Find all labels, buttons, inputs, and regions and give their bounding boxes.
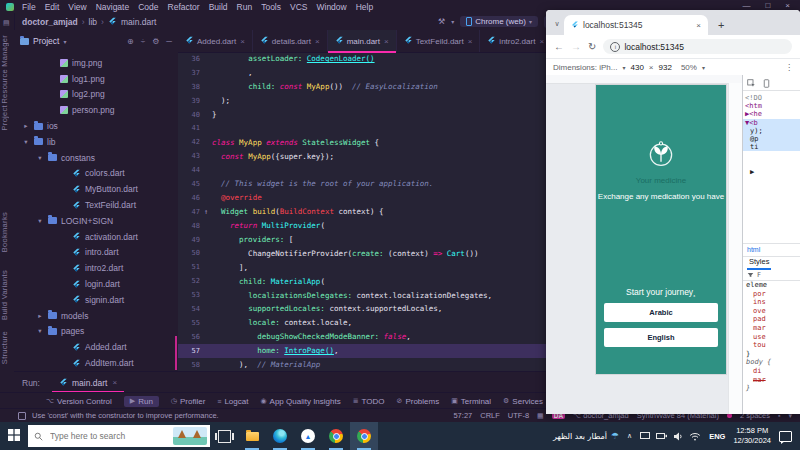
style-rule-line[interactable]: use <box>743 333 800 342</box>
status-segment[interactable]: 57:27 <box>453 411 472 420</box>
close-icon[interactable]: × <box>468 37 473 46</box>
line-number[interactable]: 39 <box>178 97 200 105</box>
line-number[interactable]: 41 <box>178 124 200 132</box>
line-number[interactable]: 55 <box>178 319 200 327</box>
expander-icon[interactable]: ▾ <box>36 154 44 162</box>
device-selector-label[interactable]: Dimensions: iPh... <box>553 63 617 72</box>
start-button[interactable] <box>0 422 28 450</box>
tree-item-models[interactable]: ▸models <box>14 308 178 324</box>
style-rule-line[interactable]: pad <box>743 315 800 324</box>
tree-item-constans[interactable]: ▾constans <box>14 150 178 166</box>
line-number[interactable]: 47 <box>178 208 200 216</box>
minimize-icon[interactable]: — <box>742 1 750 10</box>
language-indicator[interactable]: ENG <box>709 432 725 441</box>
style-rule-line[interactable]: body { <box>743 358 800 367</box>
resource-manager-icon[interactable]: ▤ <box>3 19 10 27</box>
tree-item-intro.dart[interactable]: intro.dart <box>14 245 178 261</box>
close-icon[interactable]: × <box>315 37 320 46</box>
tree-item-lib[interactable]: ▾lib <box>14 134 178 150</box>
project-scrollbar[interactable] <box>175 336 177 370</box>
english-button[interactable]: English <box>604 328 718 347</box>
toolwindow-profiler[interactable]: ◷Profiler <box>171 397 205 406</box>
collapse-all-icon[interactable]: ÷ <box>141 37 145 46</box>
hidden-icons-chevron[interactable]: ∧ <box>627 432 632 440</box>
more-options-icon[interactable]: ⋮ <box>785 63 793 72</box>
tree-item-Added.dart[interactable]: Added.dart <box>14 339 178 355</box>
arabic-button[interactable]: Arabic <box>604 303 718 322</box>
line-number[interactable]: 51 <box>178 263 200 271</box>
toolwindow-services[interactable]: ⚙Services <box>503 397 543 406</box>
reload-icon[interactable]: ↻ <box>588 41 596 52</box>
filter-label[interactable]: F <box>757 271 761 279</box>
line-number[interactable]: 36 <box>178 55 200 63</box>
line-number[interactable]: 58 <box>178 361 200 369</box>
line-number[interactable]: 56 <box>178 333 200 341</box>
toolwindow-problems[interactable]: ⊘Problems <box>397 397 440 406</box>
new-tab-icon[interactable]: + <box>718 19 724 31</box>
run-tab-main-dart[interactable]: main.dart × <box>52 372 124 393</box>
expander-icon[interactable]: ▾ <box>36 217 44 225</box>
close-tab-icon[interactable]: × <box>696 21 701 30</box>
close-icon[interactable]: × <box>240 37 245 46</box>
close-icon[interactable]: × <box>785 1 790 10</box>
elements-node[interactable]: ▶<he <box>743 110 800 118</box>
tree-item-log1.png[interactable]: log1.png <box>14 71 178 87</box>
maximize-icon[interactable]: □ <box>765 1 770 10</box>
gear-icon[interactable]: ⚙ <box>152 37 159 46</box>
elements-node[interactable]: <!DO <box>743 94 800 102</box>
elements-node[interactable]: <htm <box>743 102 800 110</box>
menu-code[interactable]: Code <box>138 2 158 12</box>
forward-icon[interactable]: → <box>571 41 581 52</box>
line-number[interactable]: 49 <box>178 236 200 244</box>
close-icon[interactable]: × <box>384 37 389 46</box>
chrome-button[interactable] <box>322 422 350 450</box>
style-rule-line[interactable]: por <box>743 290 800 299</box>
tree-item-person.png[interactable]: person.png <box>14 102 178 118</box>
menu-help[interactable]: Help <box>356 2 373 12</box>
tree-item-MyButton.dart[interactable]: MyButton.dart <box>14 181 178 197</box>
tree-item-AddItem.dart[interactable]: AddItem.dart <box>14 355 178 371</box>
monitor-icon[interactable] <box>640 432 650 440</box>
line-number[interactable]: 38 <box>178 83 200 91</box>
menu-file[interactable]: File <box>22 2 36 12</box>
action-center-icon[interactable] <box>779 431 792 442</box>
toolwindow-app-quality-insights[interactable]: ◉App Quality Insights <box>260 397 340 406</box>
tab-search-chevron-icon[interactable]: ∨ <box>550 20 564 28</box>
style-rule-line[interactable]: eleme <box>743 281 800 290</box>
search-highlight-icon[interactable] <box>173 427 207 445</box>
battery-icon[interactable] <box>656 433 667 439</box>
device-width-input[interactable]: 430 <box>630 63 643 72</box>
style-rule-line[interactable]: tou <box>743 341 800 350</box>
chrome-button-active[interactable] <box>350 422 378 450</box>
elements-node[interactable]: ti <box>743 143 800 151</box>
taskbar-search[interactable] <box>28 425 210 447</box>
line-number[interactable]: 54 <box>178 305 200 313</box>
build-hammer-icon[interactable]: ⚒ <box>438 17 445 26</box>
line-number[interactable]: 44 <box>178 166 200 174</box>
toolwindow-run[interactable]: ▶Run <box>124 396 159 407</box>
inspect-element-icon[interactable] <box>747 75 756 92</box>
chevron-down-icon[interactable]: ▾ <box>63 38 66 45</box>
tree-item-intro2.dart[interactable]: intro2.dart <box>14 260 178 276</box>
tree-item-ios[interactable]: ▸ios <box>14 118 178 134</box>
style-rule-line[interactable]: mar <box>743 324 800 333</box>
menu-run[interactable]: Run <box>237 2 253 12</box>
blue-app-button[interactable]: ▲ <box>294 422 322 450</box>
editor-tab-Added.dart[interactable]: Added.dart× <box>178 30 253 52</box>
editor-tab-details.dart[interactable]: details.dart× <box>253 30 328 52</box>
line-number[interactable]: 52 <box>178 277 200 285</box>
breadcrumb-file[interactable]: main.dart <box>121 17 156 27</box>
toolstrip-build-variants[interactable]: Build Variants <box>0 270 14 320</box>
toolwindow-logcat[interactable]: ≡Logcat <box>217 397 248 406</box>
tree-item-log2.png[interactable]: log2.png <box>14 87 178 103</box>
line-number[interactable]: 45 <box>178 180 200 188</box>
menu-edit[interactable]: Edit <box>45 2 60 12</box>
toolstrip-structure[interactable]: Structure <box>0 331 14 364</box>
expander-icon[interactable]: ▾ <box>22 138 30 146</box>
project-panel-title[interactable]: Project <box>33 36 59 46</box>
elements-node[interactable]: @p <box>743 135 800 143</box>
style-rule-line[interactable]: } <box>743 384 800 393</box>
device-toggle-icon[interactable] <box>762 75 771 92</box>
tree-item-login.dart[interactable]: login.dart <box>14 276 178 292</box>
tree-item-pages[interactable]: ▾pages <box>14 324 178 340</box>
